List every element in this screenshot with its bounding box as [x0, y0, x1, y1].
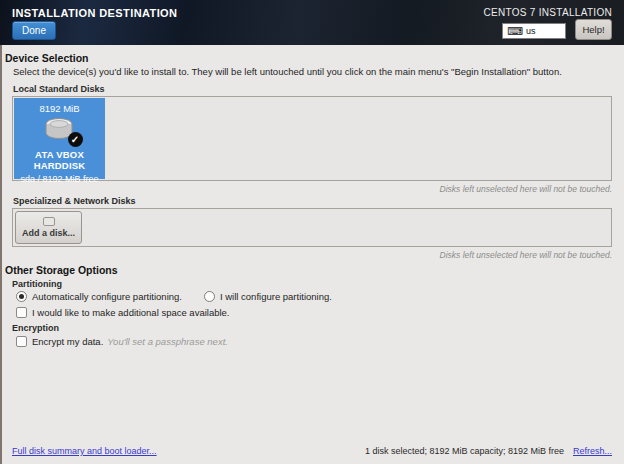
checkbox-additional-space[interactable]: [16, 307, 27, 318]
disk-free: 8192 MiB free: [43, 174, 99, 184]
unselected-note-specialized: Disks left unselected here will not be t…: [440, 250, 612, 260]
add-disk-label: Add a disk...: [22, 228, 75, 238]
disk-device: sda: [20, 174, 35, 184]
local-disks-panel: 8192 MiB ✓ ATA VBOX HARDDISK sda / 8192 …: [12, 96, 612, 181]
device-selection-heading: Device Selection: [5, 52, 88, 64]
disk-tile-sda[interactable]: 8192 MiB ✓ ATA VBOX HARDDISK sda / 8192 …: [14, 98, 105, 179]
encryption-heading: Encryption: [12, 323, 59, 333]
footer-status: 1 disk selected; 8192 MiB capacity; 8192…: [365, 446, 612, 456]
done-button[interactable]: Done: [12, 21, 56, 40]
local-disks-heading: Local Standard Disks: [13, 84, 105, 94]
radio-manual-partitioning[interactable]: [204, 291, 215, 302]
encrypt-note: You'll set a passphrase next.: [107, 336, 228, 347]
hard-disk-icon: ✓: [42, 117, 78, 144]
disk-name: ATA VBOX HARDDISK: [14, 149, 105, 171]
disk-size: 8192 MiB: [14, 103, 105, 114]
selection-status: 1 disk selected; 8192 MiB capacity; 8192…: [365, 446, 564, 456]
add-disk-button[interactable]: Add a disk...: [15, 211, 82, 244]
installation-destination-window: INSTALLATION DESTINATION Done CENTOS 7 I…: [0, 0, 624, 464]
header-bar: INSTALLATION DESTINATION Done CENTOS 7 I…: [0, 0, 624, 45]
partitioning-radio-row: Automatically configure partitioning. I …: [16, 291, 332, 302]
keyboard-layout-indicator[interactable]: ⌨ us: [502, 23, 566, 39]
unselected-note-local: Disks left unselected here will not be t…: [440, 184, 612, 194]
selected-check-icon: ✓: [68, 132, 83, 147]
product-label: CENTOS 7 INSTALLATION: [483, 7, 612, 18]
partitioning-heading: Partitioning: [12, 279, 62, 289]
radio-auto-partitioning[interactable]: [16, 291, 27, 302]
other-storage-heading: Other Storage Options: [5, 264, 118, 276]
encrypt-row: Encrypt my data. You'll set a passphrase…: [16, 336, 228, 347]
help-button[interactable]: Help!: [575, 19, 612, 40]
disk-details: sda / 8192 MiB free: [14, 174, 105, 184]
refresh-link[interactable]: Refresh...: [573, 446, 612, 456]
additional-space-row: I would like to make additional space av…: [16, 307, 230, 318]
device-selection-subtitle: Select the device(s) you'd like to insta…: [13, 66, 562, 77]
add-disk-icon: [43, 217, 55, 226]
keyboard-layout-label: us: [526, 26, 536, 36]
encrypt-label: Encrypt my data.: [32, 336, 103, 347]
disk-separator: /: [37, 174, 40, 184]
radio-manual-label: I will configure partitioning.: [220, 291, 332, 302]
specialized-disks-panel: Add a disk...: [12, 208, 612, 247]
checkbox-encrypt-data[interactable]: [16, 336, 27, 347]
full-disk-summary-link[interactable]: Full disk summary and boot loader...: [12, 446, 157, 456]
additional-space-label: I would like to make additional space av…: [32, 307, 230, 318]
keyboard-icon: ⌨: [507, 26, 523, 36]
page-title: INSTALLATION DESTINATION: [12, 7, 177, 19]
radio-auto-label: Automatically configure partitioning.: [32, 291, 182, 302]
specialized-disks-heading: Specialized & Network Disks: [13, 196, 136, 206]
